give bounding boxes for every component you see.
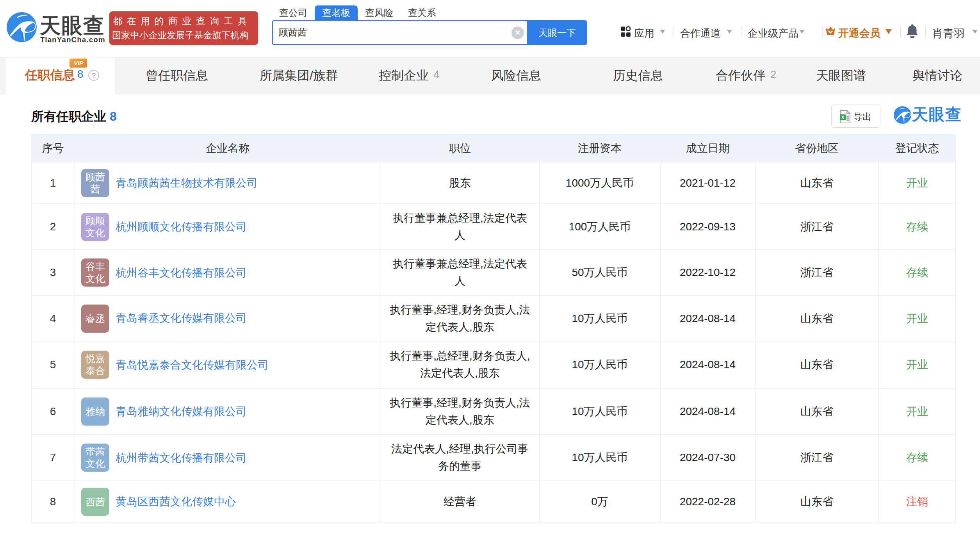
svg-text:VIP: VIP bbox=[74, 60, 84, 66]
svg-text:X: X bbox=[841, 115, 844, 120]
